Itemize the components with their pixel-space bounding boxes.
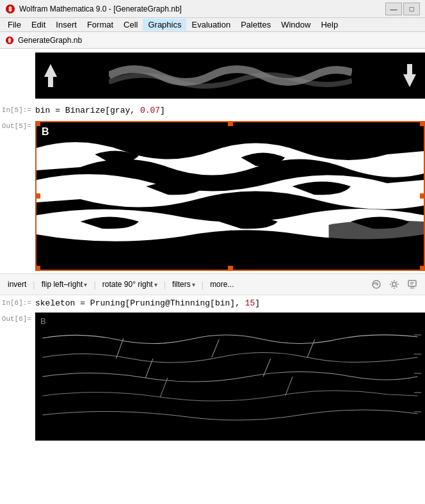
sep4: | <box>202 280 204 289</box>
out5-row: Out[5]= B <box>0 118 425 273</box>
flip-dropdown-icon: ▾ <box>84 281 87 288</box>
notebook-area: In[5]:= bin = Binarize[gray, 0.07] Out[5… <box>0 49 425 442</box>
svg-point-5 <box>392 282 396 286</box>
skeleton-image: B <box>35 313 425 441</box>
in6-label: In[6]:= <box>0 297 35 307</box>
code-func: Binarize <box>65 106 105 115</box>
handle-mr[interactable] <box>420 193 425 199</box>
menu-window[interactable]: Window <box>276 19 316 31</box>
sep2: | <box>93 280 95 289</box>
bw-image-container[interactable]: B <box>35 121 425 271</box>
arrow-down-icon <box>401 67 419 85</box>
image-toolbar: invert | flip left–right ▾ | rotate 90° … <box>0 273 425 295</box>
settings-icon-button[interactable] <box>387 278 402 291</box>
maximize-button[interactable]: □ <box>403 3 420 15</box>
filters-dropdown-icon: ▾ <box>192 281 195 288</box>
menu-palettes[interactable]: Palettes <box>236 19 276 31</box>
notebook-icon <box>5 36 14 45</box>
in5-content: bin = Binarize[gray, 0.07] <box>35 104 425 117</box>
rotate-dropdown-icon: ▾ <box>154 281 157 288</box>
svg-line-15 <box>285 377 293 396</box>
link-icon <box>371 279 381 289</box>
tab-bar: GenerateGraph.nb <box>0 32 425 49</box>
menu-file[interactable]: File <box>3 19 26 31</box>
flip-button[interactable]: flip left–right ▾ <box>39 279 90 290</box>
code-arg1: gray <box>110 106 130 115</box>
bw-image-svg <box>36 122 424 270</box>
rotate-label: rotate 90° right <box>102 280 153 289</box>
filters-button[interactable]: filters ▾ <box>170 279 198 290</box>
out-image-top-row <box>0 49 425 102</box>
code-var2: skeleton <box>35 298 75 308</box>
app-title: Wolfram Mathematica 9.0 - [GenerateGraph… <box>19 4 381 13</box>
code-num: 0.07 <box>140 106 160 115</box>
menu-bar: File Edit Insert Format Cell Graphics Ev… <box>0 18 425 32</box>
in5-label: In[5]:= <box>0 104 35 114</box>
grayscale-image <box>35 53 425 99</box>
sep3: | <box>164 280 166 289</box>
wolfram-icon <box>5 4 15 14</box>
link-icon-button[interactable] <box>369 278 384 291</box>
grayscale-content <box>109 56 352 95</box>
handle-bm[interactable] <box>228 266 233 271</box>
code-eq: = <box>55 106 65 115</box>
out6-content: B <box>35 313 425 441</box>
bw-image: B <box>36 122 424 270</box>
title-bar: Wolfram Mathematica 9.0 - [GenerateGraph… <box>0 0 425 18</box>
filters-label: filters <box>172 280 191 289</box>
svg-marker-2 <box>44 64 57 87</box>
svg-marker-3 <box>403 64 416 87</box>
menu-insert[interactable]: Insert <box>51 19 82 31</box>
menu-help[interactable]: Help <box>316 19 343 31</box>
in6-content: skeleton = Pruning[Pruning@Thinning[bin]… <box>35 297 425 310</box>
menu-edit[interactable]: Edit <box>26 19 51 31</box>
flip-label: flip left–right <box>42 280 83 289</box>
skeleton-image-label: B <box>40 316 46 326</box>
svg-rect-6 <box>408 280 416 286</box>
minimize-button[interactable]: — <box>385 3 402 15</box>
menu-evaluation[interactable]: Evaluation <box>186 19 236 31</box>
svg-line-11 <box>307 339 314 357</box>
handle-bl[interactable] <box>35 266 40 271</box>
menu-cell[interactable]: Cell <box>118 19 143 31</box>
menu-graphics[interactable]: Graphics <box>143 19 186 31</box>
handle-br[interactable] <box>420 266 425 271</box>
skeleton-svg <box>35 313 425 441</box>
handle-tr[interactable] <box>420 121 425 126</box>
in6-row: In[6]:= skeleton = Pruning[Pruning@Thinn… <box>0 295 425 311</box>
invert-button[interactable]: invert <box>5 279 29 290</box>
svg-line-10 <box>212 339 219 357</box>
comment-icon <box>407 279 417 289</box>
handle-tl[interactable] <box>35 121 40 126</box>
empty-label <box>0 50 35 53</box>
out6-label: Out[6]= <box>0 313 35 323</box>
grayscale-image-cell <box>35 50 425 101</box>
tab-label[interactable]: GenerateGraph.nb <box>18 36 82 45</box>
in5-code[interactable]: bin = Binarize[gray, 0.07] <box>35 104 425 117</box>
comment-icon-button[interactable] <box>405 278 420 291</box>
handle-ml[interactable] <box>35 193 40 199</box>
sep1: | <box>33 280 35 289</box>
arrow-up-icon <box>42 67 60 85</box>
window-controls: — □ <box>385 3 420 15</box>
out5-content: B <box>35 120 425 272</box>
menu-format[interactable]: Format <box>82 19 118 31</box>
rotate-button[interactable]: rotate 90° right ▾ <box>100 279 160 290</box>
code-var: bin <box>35 106 50 115</box>
in5-row: In[5]:= bin = Binarize[gray, 0.07] <box>0 102 425 118</box>
handle-tm[interactable] <box>228 121 233 126</box>
svg-line-9 <box>116 338 123 359</box>
in6-code[interactable]: skeleton = Pruning[Pruning@Thinning[bin]… <box>35 297 425 310</box>
out5-label: Out[5]= <box>0 120 35 130</box>
out6-row: Out[6]= B <box>0 311 425 442</box>
more-button[interactable]: more... <box>207 279 236 290</box>
svg-line-14 <box>160 378 167 397</box>
gear-icon <box>389 279 399 289</box>
